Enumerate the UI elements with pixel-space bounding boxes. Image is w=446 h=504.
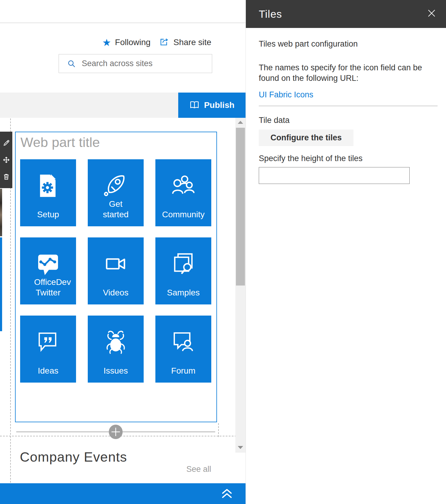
add-web-part-button[interactable] xyxy=(109,425,123,439)
publish-button[interactable]: Publish xyxy=(178,93,246,118)
quote-bubble-icon xyxy=(20,320,76,364)
stacked-pages-search-icon xyxy=(155,242,211,286)
tiles-config-panel: Tiles Tiles web part configuration The n… xyxy=(246,0,446,504)
tile-label: Community xyxy=(155,209,211,220)
video-camera-icon xyxy=(88,242,144,286)
people-group-icon xyxy=(155,163,211,208)
tile-get-started[interactable]: Get started xyxy=(88,159,144,226)
tile-officedev-twitter[interactable]: OfficeDev Twitter xyxy=(20,237,76,304)
sharepoint-edit-screen: ★ Following Share site xyxy=(0,0,446,504)
search-input[interactable] xyxy=(82,59,202,68)
following-button[interactable]: ★ Following xyxy=(102,36,151,48)
close-panel-button[interactable] xyxy=(426,8,437,19)
tile-community[interactable]: Community xyxy=(155,159,211,226)
cropped-blue-webpart xyxy=(0,237,2,331)
tile-height-input[interactable] xyxy=(259,167,410,184)
panel-subtitle: Tiles web part configuration xyxy=(259,39,438,49)
tile-ideas[interactable]: Ideas xyxy=(20,316,76,383)
person-chat-bubble-icon xyxy=(155,320,211,364)
configure-tiles-button[interactable]: Configure the tiles xyxy=(259,130,353,146)
tile-label: Ideas xyxy=(20,365,76,376)
move-arrows-icon[interactable] xyxy=(2,156,10,164)
section-boundary-bottom-dashed xyxy=(0,436,246,436)
share-arrow-icon xyxy=(159,37,170,48)
magnifier-icon xyxy=(67,60,76,68)
web-part-title-input[interactable] xyxy=(20,135,207,150)
page-canvas: ★ Following Share site xyxy=(0,0,246,504)
star-icon: ★ xyxy=(102,38,111,47)
open-book-icon xyxy=(189,100,200,110)
tile-label: Samples xyxy=(155,287,211,298)
close-x-icon xyxy=(427,8,436,18)
tile-label: Setup xyxy=(20,209,76,220)
page-scrollbar[interactable] xyxy=(235,118,246,453)
tile-label: Issues xyxy=(88,365,144,376)
back-to-top-bar[interactable] xyxy=(0,483,246,504)
settings-document-icon xyxy=(20,163,76,208)
web-part-toolbar xyxy=(0,132,12,188)
share-site-label: Share site xyxy=(173,38,211,47)
tile-setup[interactable]: Setup xyxy=(20,159,76,226)
see-all-link[interactable]: See all xyxy=(186,465,211,474)
tiles-grid: Setup Get started xyxy=(20,159,211,383)
following-label: Following xyxy=(115,38,151,47)
tile-videos[interactable]: Videos xyxy=(88,237,144,304)
tile-label: Get started xyxy=(102,199,130,220)
share-site-button[interactable]: Share site xyxy=(159,36,211,48)
double-chevron-up-icon[interactable] xyxy=(220,487,234,501)
bug-icon xyxy=(88,320,144,364)
search-box xyxy=(59,54,212,73)
panel-title: Tiles xyxy=(259,8,282,20)
tile-forum[interactable]: Forum xyxy=(155,316,211,383)
trash-icon[interactable] xyxy=(2,173,10,181)
tile-data-label: Tile data xyxy=(259,116,438,125)
scroll-up-arrow[interactable] xyxy=(238,121,243,124)
publish-label: Publish xyxy=(204,100,234,110)
top-nav-bar xyxy=(0,0,246,23)
panel-divider xyxy=(259,106,438,106)
scrollbar-thumb[interactable] xyxy=(236,128,245,286)
company-events-heading: Company Events xyxy=(20,449,127,465)
panel-description: The names to specify for the icon field … xyxy=(259,63,426,84)
panel-body: Tiles web part configuration The names t… xyxy=(246,39,446,184)
tile-samples[interactable]: Samples xyxy=(155,237,211,304)
tile-label: Videos xyxy=(88,287,144,298)
scroll-down-arrow[interactable] xyxy=(238,446,243,449)
edit-pencil-icon[interactable] xyxy=(2,139,10,147)
cropped-news-image xyxy=(0,189,2,236)
tiles-web-part[interactable]: Setup Get started xyxy=(15,132,217,422)
panel-header: Tiles xyxy=(246,0,446,28)
ui-fabric-icons-link[interactable]: UI Fabric Icons xyxy=(259,90,313,99)
tile-issues[interactable]: Issues xyxy=(88,316,144,383)
tile-height-label: Specify the height of the tiles xyxy=(259,154,438,163)
tile-label: OfficeDev Twitter xyxy=(34,277,62,298)
tile-label: Forum xyxy=(155,365,211,376)
section-boundary-right-dashed xyxy=(218,423,219,437)
